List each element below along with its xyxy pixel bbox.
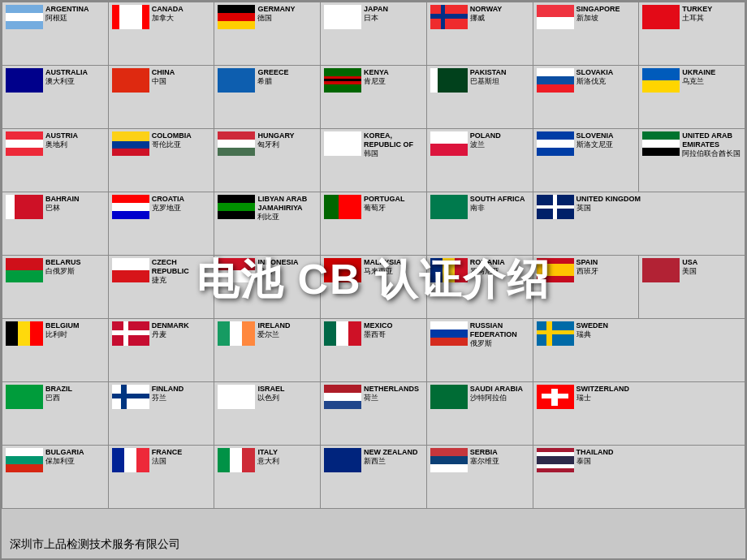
cell-inner: FINLAND芬兰 <box>112 385 211 409</box>
country-cell: INDONESIA印尼 <box>214 256 321 319</box>
cell-inner: BAHRAIN巴林 <box>6 195 105 219</box>
flag-za <box>430 195 468 219</box>
country-chinese: 爱尔兰 <box>257 330 317 339</box>
flag-area <box>430 68 468 93</box>
cell-inner: GERMANY德国 <box>218 5 317 29</box>
table-row: ARGENTINA阿根廷CANADA加拿大GERMANY德国JAPAN日本NOR… <box>2 2 745 66</box>
flag-area <box>6 321 43 346</box>
country-name: JAPAN <box>364 5 423 14</box>
cell-inner: ISRAEL以色列 <box>218 385 317 409</box>
country-name: AUSTRIA <box>45 131 105 140</box>
country-chinese: 肯尼亚 <box>364 77 423 86</box>
country-name: MEXICO <box>364 321 423 330</box>
flag-us <box>642 258 680 282</box>
country-cell: SWEDEN瑞典 <box>533 319 745 382</box>
country-chinese: 塞尔维亚 <box>470 457 529 466</box>
flag-area <box>324 131 361 156</box>
cell-inner: SPAIN西班牙 <box>537 258 636 282</box>
flag-fi <box>112 385 149 409</box>
country-cell: CZECH REPUBLIC捷克 <box>108 256 214 319</box>
flag-area <box>537 195 574 219</box>
country-cell: GERMANY德国 <box>214 2 321 66</box>
country-name: LIBYAN ARAB JAMAHIRIYA <box>257 195 317 213</box>
table-row: AUSTRIA奥地利COLOMBIA哥伦比亚HUNGARY匈牙利KOREA, R… <box>2 129 745 192</box>
footer-text: 深圳市上品检测技术服务有限公司 <box>10 537 180 552</box>
country-chinese: 哥伦比亚 <box>152 140 211 149</box>
country-cell: PAKISTAN巴基斯坦 <box>426 66 533 129</box>
country-cell: ISRAEL以色列 <box>214 382 321 446</box>
country-text: AUSTRALIA澳大利亚 <box>45 68 105 86</box>
flag-area <box>324 385 361 409</box>
flag-area <box>537 385 574 409</box>
country-text: SINGAPORE新加坡 <box>576 5 636 23</box>
country-name: ROMANIA <box>470 258 529 267</box>
country-text: KOREA, REPUBLIC OF韩国 <box>364 131 423 157</box>
flag-area <box>430 131 468 156</box>
flag-area <box>218 321 255 346</box>
country-text: SAUDI ARABIA沙特阿拉伯 <box>470 385 529 403</box>
country-chinese: 荷兰 <box>364 394 423 403</box>
country-chinese: 印尼 <box>257 267 317 276</box>
cell-inner: COLOMBIA哥伦比亚 <box>112 131 211 156</box>
country-chinese: 巴基斯坦 <box>470 77 529 86</box>
country-cell: BAHRAIN巴林 <box>2 192 109 256</box>
country-chinese: 中国 <box>152 77 211 86</box>
cell-inner: DENMARK丹麦 <box>112 321 211 346</box>
country-chinese: 泰国 <box>576 457 741 466</box>
country-text: POLAND波兰 <box>470 131 529 149</box>
cell-inner: SWITZERLAND瑞士 <box>537 385 741 409</box>
country-name: AUSTRALIA <box>45 68 105 77</box>
flag-area <box>537 5 574 29</box>
flag-ke <box>324 68 361 93</box>
flag-area <box>642 131 680 156</box>
country-name: SOUTH AFRICA <box>470 195 529 204</box>
country-text: PORTUGAL葡萄牙 <box>364 195 423 213</box>
country-text: MALAYSIA马来西亚 <box>364 258 423 276</box>
country-text: FINLAND芬兰 <box>152 385 211 403</box>
country-text: CZECH REPUBLIC捷克 <box>152 258 211 284</box>
country-chinese: 西班牙 <box>576 267 636 276</box>
flag-area <box>537 321 574 346</box>
country-chinese: 匈牙利 <box>257 140 317 149</box>
flag-sg <box>537 5 574 29</box>
flag-fr <box>112 448 149 472</box>
country-cell: IRELAND爱尔兰 <box>214 319 321 382</box>
country-name: KENYA <box>364 68 423 77</box>
country-text: BULGARIA保加利亚 <box>45 448 105 466</box>
country-cell: THAILAND泰国 <box>533 446 745 509</box>
country-cell: SPAIN西班牙 <box>533 256 639 319</box>
country-text: LIBYAN ARAB JAMAHIRIYA利比亚 <box>257 195 317 221</box>
flag-nl <box>324 385 361 409</box>
cell-inner: CANADA加拿大 <box>112 5 211 29</box>
cell-inner: IRELAND爱尔兰 <box>218 321 317 346</box>
cell-inner: USA美国 <box>642 258 741 282</box>
country-name: BELGIUM <box>45 321 105 330</box>
country-cell: KENYA肯尼亚 <box>321 66 427 129</box>
country-chinese: 日本 <box>364 14 423 23</box>
flag-area <box>218 131 255 156</box>
country-cell: ITALY意大利 <box>214 446 321 509</box>
country-name: USA <box>682 258 741 267</box>
flag-area <box>324 195 361 219</box>
flag-area <box>6 5 43 29</box>
flag-area <box>218 5 255 29</box>
country-chinese: 奥地利 <box>45 140 105 149</box>
flag-area <box>430 195 468 219</box>
country-cell: FINLAND芬兰 <box>108 382 214 446</box>
country-name: TURKEY <box>682 5 741 14</box>
country-name: PAKISTAN <box>470 68 529 77</box>
countries-table: ARGENTINA阿根廷CANADA加拿大GERMANY德国JAPAN日本NOR… <box>2 2 745 509</box>
cell-inner: CHINA中国 <box>112 68 211 93</box>
country-name: COLOMBIA <box>152 131 211 140</box>
cell-inner: SLOVAKIA斯洛伐克 <box>537 68 636 93</box>
country-name: FINLAND <box>152 385 211 394</box>
table-row: BAHRAIN巴林CROATIA克罗地亚LIBYAN ARAB JAMAHIRI… <box>2 192 745 256</box>
flag-area <box>430 448 468 472</box>
country-chinese: 波兰 <box>470 140 529 149</box>
flag-br <box>6 385 43 409</box>
country-cell: BELARUS白俄罗斯 <box>2 256 109 319</box>
country-name: SWEDEN <box>576 321 741 330</box>
country-cell: AUSTRIA奥地利 <box>2 129 109 192</box>
country-cell: TURKEY土耳其 <box>639 2 745 66</box>
cell-inner: GREECE希腊 <box>218 68 317 93</box>
